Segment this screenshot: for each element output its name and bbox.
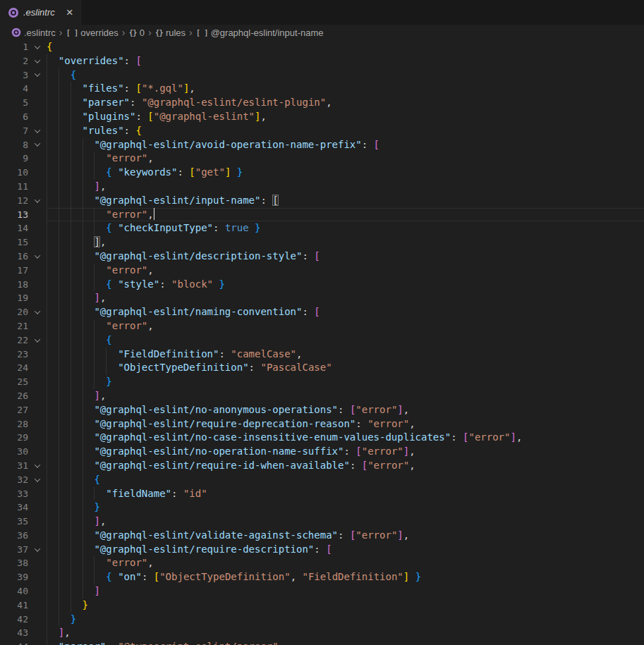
fold-chevron[interactable] [28, 459, 47, 473]
code-line[interactable]: ] [47, 584, 644, 598]
code-line[interactable]: "@graphql-eslint/require-deprecation-rea… [47, 417, 644, 431]
code-line[interactable]: "@graphql-eslint/no-anonymous-operations… [47, 403, 644, 417]
code-line[interactable]: ], [47, 291, 644, 305]
code-line[interactable]: "@graphql-eslint/input-name": [ [47, 194, 644, 208]
editor-row: 31 "@graphql-eslint/require-id-when-avai… [0, 459, 644, 473]
indent-guide [83, 305, 83, 319]
code-line[interactable]: "ObjectTypeDefinition": "PascalCase" [47, 361, 644, 375]
fold-gutter [28, 110, 47, 124]
code-line[interactable]: { [47, 40, 644, 54]
code-line[interactable]: { "checkInputType": true } [47, 221, 644, 235]
code-line[interactable]: "@graphql-eslint/no-case-insensitive-enu… [47, 431, 644, 445]
indent-guide [94, 570, 95, 584]
code-line[interactable]: "@graphql-eslint/no-operation-name-suffi… [47, 445, 644, 459]
code-line[interactable]: "files": ["*.gql"], [47, 82, 644, 96]
code-line[interactable]: "error", [47, 264, 644, 278]
fold-chevron[interactable] [28, 40, 47, 54]
chevron-right-icon: › [59, 27, 63, 37]
code-line[interactable]: ], [47, 235, 644, 250]
line-number: 38 [0, 556, 28, 570]
fold-chevron[interactable] [28, 305, 47, 319]
code-line[interactable]: } [47, 613, 644, 627]
code-line[interactable]: "overrides": [ [47, 54, 644, 68]
code-line[interactable]: "fieldName": "id" [47, 487, 644, 501]
indent-guide [106, 348, 107, 362]
close-icon[interactable]: × [65, 6, 75, 18]
code-line[interactable]: { "keywords": ["get"] } [47, 166, 644, 180]
breadcrumb-item[interactable]: [ ]@graphql-eslint/input-name [196, 27, 324, 38]
code-line[interactable]: "parser": "@typescript-eslint/parser" [47, 640, 644, 645]
code-line[interactable]: "@graphql-eslint/description-style": [ [47, 250, 644, 264]
code-line[interactable]: "FieldDefinition": "camelCase", [47, 348, 644, 362]
code-line[interactable]: "@graphql-eslint/avoid-operation-name-pr… [47, 138, 644, 152]
fold-gutter [28, 389, 47, 403]
editor-row: 37 "@graphql-eslint/require-description"… [0, 543, 644, 557]
code-line[interactable]: { [47, 333, 644, 348]
fold-chevron[interactable] [28, 194, 47, 208]
code-line[interactable]: ], [47, 515, 644, 529]
tab-eslintrc[interactable]: .eslintrc × [0, 0, 83, 25]
indent-guide [47, 152, 47, 166]
indent-guide [47, 264, 47, 278]
indent-guide [71, 291, 71, 305]
breadcrumb-item[interactable]: .eslintrc [11, 27, 56, 38]
code-line[interactable]: ], [47, 180, 644, 194]
indent-guide [47, 613, 47, 627]
code-line[interactable]: { [47, 473, 644, 487]
code-line[interactable]: ], [47, 389, 644, 403]
fold-gutter [28, 529, 47, 543]
fold-chevron[interactable] [28, 124, 47, 138]
code-line[interactable]: "error", [47, 152, 644, 166]
indent-guide [59, 82, 59, 96]
editor-row: 13 "error", [0, 208, 644, 222]
code-line[interactable]: } [47, 598, 644, 613]
indent-guide [71, 500, 71, 515]
code-line[interactable]: { [47, 68, 644, 82]
code-line[interactable]: "error", [47, 556, 644, 570]
code-line[interactable]: "@graphql-eslint/validate-against-schema… [47, 529, 644, 543]
chevron-down-icon [35, 71, 40, 77]
fold-gutter [28, 96, 47, 110]
code-line[interactable]: } [47, 500, 644, 515]
chevron-down-icon [35, 197, 40, 202]
line-number: 8 [0, 138, 28, 152]
code-line[interactable]: ], [47, 626, 644, 640]
code-line[interactable]: } [47, 375, 644, 389]
code-line[interactable]: "rules": { [47, 124, 644, 138]
line-number: 35 [0, 515, 28, 529]
fold-chevron[interactable] [28, 473, 47, 487]
breadcrumb-item[interactable]: {}0 [128, 27, 144, 38]
code-line[interactable]: "@graphql-eslint/require-id-when-availab… [47, 459, 644, 473]
code-line[interactable]: "error", [47, 208, 644, 222]
line-number: 27 [0, 403, 28, 417]
code-line[interactable]: { "style": "block" } [47, 278, 644, 292]
code-line[interactable]: { "on": ["ObjectTypeDefinition", "FieldD… [47, 570, 644, 584]
indent-guide [71, 319, 71, 333]
fold-chevron[interactable] [28, 543, 47, 557]
code-line[interactable]: "@graphql-eslint/require-description": [ [47, 543, 644, 557]
indent-guide [59, 389, 59, 403]
fold-gutter [28, 640, 47, 645]
code-line[interactable]: "error", [47, 319, 644, 333]
fold-chevron[interactable] [28, 54, 47, 68]
indent-guide [59, 305, 59, 319]
indent-guide [83, 250, 83, 264]
code-line[interactable]: "parser": "@graphql-eslint/eslint-plugin… [47, 96, 644, 110]
code-editor[interactable]: 1{2 "overrides": [3 {4 "files": ["*.gql"… [0, 40, 644, 645]
line-number: 36 [0, 529, 28, 543]
fold-chevron[interactable] [28, 68, 47, 82]
editor-row: 25 } [0, 375, 644, 389]
indent-guide [59, 152, 59, 166]
fold-chevron[interactable] [28, 250, 47, 264]
fold-chevron[interactable] [28, 333, 47, 348]
indent-guide [59, 459, 59, 473]
indent-guide [83, 473, 83, 487]
code-line[interactable]: "@graphql-eslint/naming-convention": [ [47, 305, 644, 319]
indent-guide [83, 138, 83, 152]
breadcrumb-item[interactable]: {}rules [155, 27, 186, 38]
code-line[interactable]: "plugins": ["@graphql-eslint"], [47, 110, 644, 124]
fold-chevron[interactable] [28, 138, 47, 152]
indent-guide [47, 584, 47, 598]
breadcrumb-item[interactable]: [ ]overrides [66, 27, 118, 38]
line-number: 2 [0, 54, 28, 68]
